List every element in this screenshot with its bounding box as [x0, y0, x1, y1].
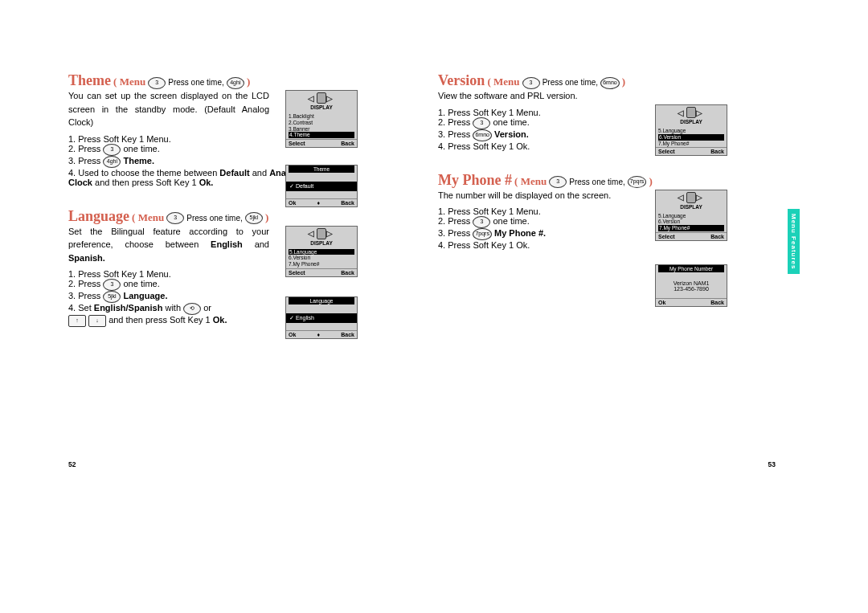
- language-step-3: 3. Press 5jkl Language.: [68, 291, 269, 303]
- myphone-step-3: 3. Press 7pqrs My Phone #.: [438, 228, 639, 240]
- key-7-icon: 7pqrs: [628, 176, 647, 188]
- lcd-language-select: Language ✓ English Ok♦Back: [285, 296, 358, 339]
- lcd-version-menu: ◁▷ DISPLAY 5.Language 6.Version 7.My Pho…: [655, 104, 727, 156]
- version-title: Version: [438, 72, 485, 88]
- myphone-step-4: 4. Press Soft Key 1 Ok.: [438, 240, 639, 250]
- left-column: Theme ( Menu 3 Press one time, 4ghi ) Yo…: [68, 72, 406, 348]
- myphone-title: My Phone #: [438, 172, 512, 188]
- key-3-icon: 3: [103, 144, 121, 156]
- hint-text: Press one time,: [168, 78, 223, 87]
- close-paren: ): [247, 76, 250, 88]
- language-step-2: 2. Press 3 one time.: [68, 279, 269, 291]
- language-intro: Set the Bilingual feature according to y…: [68, 225, 269, 265]
- version-step-4: 4. Press Soft Key 1 Ok.: [438, 141, 639, 151]
- section-version: Version ( Menu 3 Press one time, 6mno ) …: [438, 72, 776, 151]
- key-6-icon: 6mno: [600, 77, 620, 89]
- section-myphone: My Phone # ( Menu 3 Press one time, 7pqr…: [438, 172, 776, 251]
- page-number-left: 52: [68, 460, 76, 468]
- key-3-icon: 3: [522, 77, 540, 89]
- myphone-step-2: 2. Press 3 one time.: [438, 216, 639, 228]
- language-step-1: 1. Press Soft Key 1 Menu.: [68, 269, 269, 279]
- version-step-3: 3. Press 6mno Version.: [438, 129, 639, 141]
- theme-intro: You can set up the screen displayed on t…: [68, 89, 269, 129]
- key-3-icon: 3: [473, 117, 490, 129]
- lcd-myphone-number: My Phone Number Verizon NAM1 123-456-789…: [655, 264, 727, 307]
- theme-step-2: 2. Press 3 one time.: [68, 144, 269, 156]
- scroll-icon: ⟲: [183, 303, 201, 315]
- lcd-theme-menu: ◁▷ DISPLAY 1.Backlight 2.Contrast 3.Bann…: [285, 90, 358, 148]
- key-3-icon: 3: [166, 212, 184, 224]
- language-step-4: 4. Set English/Spanish with ⟲ or ↑ ↓ and…: [68, 303, 309, 327]
- myphone-heading: My Phone # ( Menu 3 Press one time, 7pqr…: [438, 172, 776, 189]
- key-3-icon: 3: [473, 216, 490, 228]
- key-3-icon: 3: [148, 77, 166, 89]
- key-3-icon: 3: [103, 279, 121, 291]
- theme-title: Theme: [68, 72, 111, 88]
- language-heading: Language ( Menu 3 Press one time, 5jkl ): [68, 208, 406, 225]
- theme-step-4: 4. Used to choose the theme between Defa…: [68, 168, 301, 187]
- down-key-icon: ↓: [88, 315, 106, 327]
- up-key-icon: ↑: [68, 315, 86, 327]
- theme-step-3: 3. Press 4ghi Theme.: [68, 156, 269, 168]
- menu-label: ( Menu: [113, 76, 145, 88]
- section-language: Language ( Menu 3 Press one time, 5jkl )…: [68, 208, 406, 328]
- key-7-icon: 7pqrs: [473, 228, 492, 240]
- theme-heading: Theme ( Menu 3 Press one time, 4ghi ): [68, 72, 406, 89]
- lcd-language-menu: ◁▷ DISPLAY 5.Language 6.Version 7.My Pho…: [285, 226, 358, 277]
- key-5-icon: 5jkl: [245, 212, 263, 224]
- manual-page: Theme ( Menu 3 Press one time, 4ghi ) Yo…: [0, 0, 868, 348]
- theme-step-1: 1. Press Soft Key 1 Menu.: [68, 134, 269, 144]
- key-6-icon: 6mno: [473, 129, 492, 141]
- section-theme: Theme ( Menu 3 Press one time, 4ghi ) Yo…: [68, 72, 406, 187]
- version-intro: View the software and PRL version.: [438, 89, 639, 103]
- page-number-right: 53: [768, 460, 776, 468]
- key-5-icon: 5jkl: [103, 291, 121, 303]
- myphone-step-1: 1. Press Soft Key 1 Menu.: [438, 206, 639, 216]
- version-heading: Version ( Menu 3 Press one time, 6mno ): [438, 72, 776, 89]
- version-step-1: 1. Press Soft Key 1 Menu.: [438, 108, 639, 117]
- side-tab: Menu Features: [788, 209, 800, 274]
- key-4-icon: 4ghi: [227, 77, 244, 89]
- myphone-intro: The number will be displayed on the scre…: [438, 189, 639, 202]
- key-4-icon: 4ghi: [103, 156, 121, 168]
- language-title: Language: [68, 208, 129, 224]
- lcd-myphone-menu: ◁▷ DISPLAY 5.Language 6.Version 7.My Pho…: [655, 190, 727, 241]
- right-column: Menu Features Version ( Menu 3 Press one…: [438, 72, 776, 348]
- lcd-theme-select: Theme ✓ Default Ok♦Back: [285, 165, 358, 207]
- key-3-icon: 3: [549, 176, 567, 188]
- version-step-2: 2. Press 3 one time.: [438, 117, 639, 129]
